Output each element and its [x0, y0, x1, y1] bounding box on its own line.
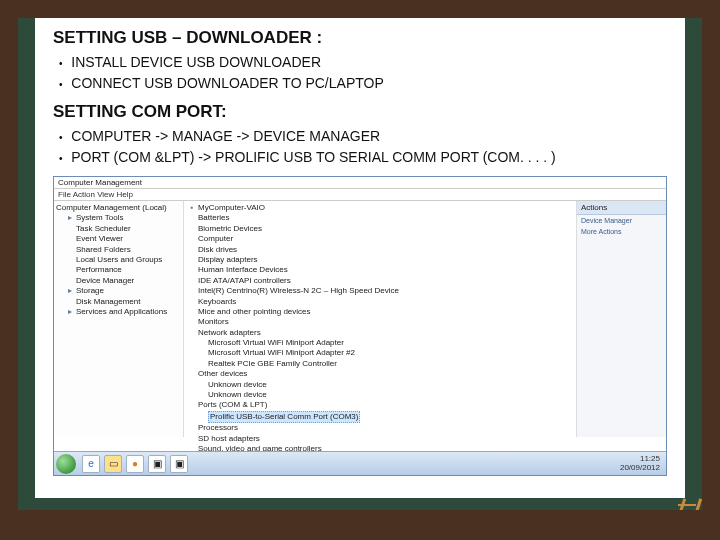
tree-performance[interactable]: Performance	[56, 265, 181, 275]
window-title: Computer Management	[54, 177, 666, 189]
actions-header: Actions	[577, 201, 666, 215]
dev-wifi2[interactable]: Microsoft Virtual WiFi Miniport Adapter …	[188, 348, 572, 358]
dev-batteries[interactable]: Batteries	[188, 213, 572, 223]
dev-biometric[interactable]: Biometric Devices	[188, 224, 572, 234]
start-button[interactable]	[56, 454, 76, 474]
bullets-com: COMPUTER -> MANAGE -> DEVICE MANAGER POR…	[53, 126, 667, 168]
tree-disk-management[interactable]: Disk Management	[56, 297, 181, 307]
bullet-path: COMPUTER -> MANAGE -> DEVICE MANAGER	[59, 126, 667, 147]
taskbar[interactable]: e ▭ ● ▣ ▣ 11:25 20/09/2012	[54, 451, 666, 475]
device-root[interactable]: ▪MyComputer-VAIO	[188, 203, 572, 213]
tree-device-manager[interactable]: Device Manager	[56, 276, 181, 286]
dev-unknown2[interactable]: Unknown device	[188, 390, 572, 400]
dev-realtek[interactable]: Realtek PCIe GBE Family Controller	[188, 359, 572, 369]
taskbar-explorer-icon[interactable]: ▭	[104, 455, 122, 473]
dev-mice[interactable]: Mice and other pointing devices	[188, 307, 572, 317]
dev-prolific[interactable]: Prolific USB-to-Serial Comm Port (COM3)	[188, 411, 572, 423]
taskbar-app-icon[interactable]: ▣	[148, 455, 166, 473]
dev-computer[interactable]: Computer	[188, 234, 572, 244]
taskbar-firefox-icon[interactable]: ●	[126, 455, 144, 473]
folder-icon: ▸	[66, 213, 74, 223]
tree-root[interactable]: Computer Management (Local)	[56, 203, 181, 213]
dev-disk[interactable]: Disk drives	[188, 245, 572, 255]
tree-services[interactable]: ▸Services and Applications	[56, 307, 181, 317]
actions-panel: Actions Device Manager More Actions	[576, 201, 666, 437]
slide: SETTING USB – DOWNLOADER : INSTALL DEVIC…	[35, 18, 685, 498]
dev-network[interactable]: Network adapters	[188, 328, 572, 338]
window-menubar[interactable]: File Action View Help	[54, 189, 666, 201]
dev-keyboards[interactable]: Keyboards	[188, 297, 572, 307]
highlighted-port[interactable]: Prolific USB-to-Serial Comm Port (COM3)	[208, 411, 360, 423]
heading-usb-downloader: SETTING USB – DOWNLOADER :	[53, 28, 667, 48]
folder-icon: ▸	[66, 307, 74, 317]
device-tree[interactable]: ▪MyComputer-VAIO Batteries Biometric Dev…	[184, 201, 576, 437]
tree-task-scheduler[interactable]: Task Scheduler	[56, 224, 181, 234]
books-decoration	[642, 518, 672, 534]
dev-ports[interactable]: Ports (COM & LPT)	[188, 400, 572, 410]
actions-more[interactable]: More Actions	[577, 226, 666, 237]
tree-event-viewer[interactable]: Event Viewer	[56, 234, 181, 244]
dev-sd[interactable]: SD host adapters	[188, 434, 572, 444]
dev-monitors[interactable]: Monitors	[188, 317, 572, 327]
tree-storage[interactable]: ▸Storage	[56, 286, 181, 296]
dev-hid[interactable]: Human Interface Devices	[188, 265, 572, 275]
tree-system-tools[interactable]: ▸System Tools	[56, 213, 181, 223]
computer-icon: ▪	[188, 203, 196, 213]
heading-com-port: SETTING COM PORT:	[53, 102, 667, 122]
tree-local-users[interactable]: Local Users and Groups	[56, 255, 181, 265]
taskbar-ie-icon[interactable]: e	[82, 455, 100, 473]
dev-other[interactable]: Other devices	[188, 369, 572, 379]
folder-icon: ▸	[66, 286, 74, 296]
left-tree[interactable]: Computer Management (Local) ▸System Tool…	[54, 201, 184, 437]
ladder-decoration	[672, 498, 706, 532]
dev-wifi1[interactable]: Microsoft Virtual WiFi Miniport Adapter	[188, 338, 572, 348]
dev-ide[interactable]: IDE ATA/ATAPI controllers	[188, 276, 572, 286]
dev-processors[interactable]: Processors	[188, 423, 572, 433]
clock-date: 20/09/2012	[620, 464, 660, 473]
system-tray[interactable]: 11:25 20/09/2012	[620, 455, 664, 473]
device-manager-screenshot: Computer Management File Action View Hel…	[53, 176, 667, 476]
actions-device-manager[interactable]: Device Manager	[577, 215, 666, 226]
bullets-usb: INSTALL DEVICE USB DOWNLOADER CONNECT US…	[53, 52, 667, 94]
dev-unknown1[interactable]: Unknown device	[188, 380, 572, 390]
dev-centrino[interactable]: Intel(R) Centrino(R) Wireless-N 2C – Hig…	[188, 286, 572, 296]
dev-display[interactable]: Display adapters	[188, 255, 572, 265]
bullet-port: PORT (COM &LPT) -> PROLIFIC USB TO SERIA…	[59, 147, 667, 168]
bullet-install: INSTALL DEVICE USB DOWNLOADER	[59, 52, 667, 73]
bullet-connect: CONNECT USB DOWNLOADER TO PC/LAPTOP	[59, 73, 667, 94]
tree-shared-folders[interactable]: Shared Folders	[56, 245, 181, 255]
taskbar-app-icon[interactable]: ▣	[170, 455, 188, 473]
